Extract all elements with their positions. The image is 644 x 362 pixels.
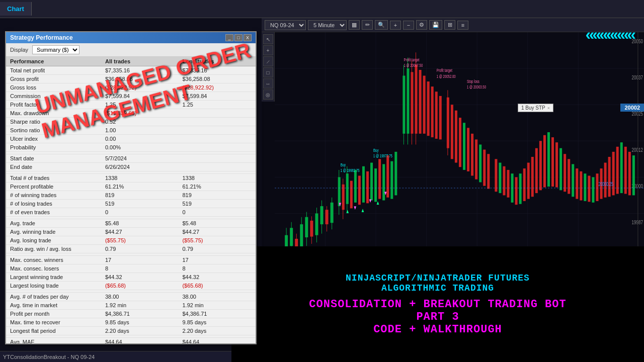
svg-rect-73 xyxy=(431,86,434,137)
close-button[interactable]: X xyxy=(244,34,252,41)
table-row: Avg. time in market1.92 min1.92 min xyxy=(6,301,256,310)
timeframe-dropdown[interactable]: 5 Minute xyxy=(308,20,347,30)
properties-button[interactable]: ⚙ xyxy=(416,20,427,30)
performance-cell: End date xyxy=(6,163,101,171)
long-trades-cell: 8 xyxy=(178,264,256,273)
svg-rect-70 xyxy=(419,70,422,134)
symbol-dropdown[interactable]: NQ 09-24 xyxy=(265,20,306,30)
maximize-button[interactable]: □ xyxy=(234,34,243,41)
bar-type-button[interactable]: ▦ xyxy=(349,20,360,30)
svg-text:20012: 20012 xyxy=(632,146,643,153)
zoom-in-button[interactable]: + xyxy=(390,21,401,30)
svg-rect-81 xyxy=(463,123,465,170)
crosshair-tool[interactable]: + xyxy=(263,45,273,55)
all-trades-cell: $4,386.71 xyxy=(101,310,179,318)
chart-tab[interactable]: Chart xyxy=(0,2,32,16)
svg-rect-71 xyxy=(423,76,426,134)
strategy-table-scroll[interactable]: Performance All trades Long trades Total… xyxy=(6,57,256,343)
strategy-table-body: Total net profit$7,335.16$7,335.16Gross … xyxy=(6,66,256,344)
line-tool[interactable]: ⟋ xyxy=(263,56,273,66)
svg-rect-86 xyxy=(483,150,486,186)
long-trades-cell: 17 xyxy=(178,256,256,264)
strategy-toolbar: Display Summary ($) xyxy=(6,43,256,57)
long-trades-cell: $44.32 xyxy=(178,273,256,282)
svg-rect-82 xyxy=(467,128,469,171)
table-row: Sortino ratio1.00 xyxy=(6,126,256,135)
svg-rect-80 xyxy=(459,118,461,167)
all-trades-cell: $36,258.08 xyxy=(101,75,179,83)
status-bar: YTConsolidationBreakout - NQ 09-24 xyxy=(0,351,231,362)
performance-cell: Avg. # of trades per day xyxy=(6,293,101,301)
zoom-out-button[interactable]: − xyxy=(403,21,414,30)
table-row: Gross loss($28,922.92)($28,922.92) xyxy=(6,83,256,92)
svg-rect-107 xyxy=(572,164,574,197)
zoom-button[interactable]: 🔍 xyxy=(375,20,388,30)
all-trades-cell: 1.00 xyxy=(101,126,179,135)
svg-rect-75 xyxy=(439,96,442,140)
svg-rect-103 xyxy=(555,142,558,187)
table-row: Ratio avg. win / avg. loss0.790.79 xyxy=(6,245,256,253)
svg-text:▼: ▼ xyxy=(383,190,387,197)
svg-rect-101 xyxy=(547,132,550,187)
table-row: Max. consec. losers88 xyxy=(6,264,256,273)
performance-cell: Ratio avg. win / avg. loss xyxy=(6,245,101,253)
menu-button[interactable]: ≡ xyxy=(457,21,468,30)
table-row: End date6/26/2024 xyxy=(6,163,256,171)
cursor-tool[interactable]: ↖ xyxy=(263,34,273,44)
table-row: Commission$7,599.84$7,599.84 xyxy=(6,92,256,101)
long-trades-cell xyxy=(178,163,256,171)
performance-cell: Avg. winning trade xyxy=(6,228,101,236)
all-trades-cell: 0.52 xyxy=(101,118,179,126)
display-select[interactable]: Summary ($) xyxy=(32,45,79,54)
svg-rect-104 xyxy=(559,148,562,191)
table-row: Total net profit$7,335.16$7,335.16 xyxy=(6,66,256,75)
subtitle-line1: CONSOLIDATION + BREAKOUT TRADING BOT xyxy=(309,298,566,311)
long-trades-cell: 1.25 xyxy=(178,101,256,109)
svg-rect-115 xyxy=(604,163,607,198)
long-trades-cell: ($28,922.92) xyxy=(178,83,256,92)
svg-text:▲: ▲ xyxy=(361,207,365,213)
svg-text:20000.25: 20000.25 xyxy=(599,181,613,187)
display-label: Display xyxy=(10,47,28,53)
table-row: Longest flat period2.20 days2.20 days xyxy=(6,327,256,335)
status-text: YTConsolidationBreakout - NQ 09-24 xyxy=(3,354,95,360)
all-trades-cell: 17 xyxy=(101,256,179,264)
svg-rect-88 xyxy=(495,159,497,192)
svg-rect-60 xyxy=(390,161,393,199)
rect-tool[interactable]: □ xyxy=(263,67,273,77)
svg-text:▼: ▼ xyxy=(353,205,357,211)
all-trades-cell: 5/7/2024 xyxy=(101,154,179,163)
long-trades-cell: 61.21% xyxy=(178,183,256,191)
table-row: Gross profit$36,258.08$36,258.08 xyxy=(6,75,256,83)
expand-button[interactable]: ⊞ xyxy=(444,20,455,30)
save-button[interactable]: 💾 xyxy=(429,20,442,30)
performance-cell: Gross loss xyxy=(6,83,101,92)
draw-button[interactable]: ✏ xyxy=(362,20,373,30)
table-row: # of even trades00 xyxy=(6,208,256,217)
all-trades-cell: 0.00% xyxy=(101,143,179,152)
long-trades-cell: $7,599.84 xyxy=(178,92,256,101)
table-row: Largest losing trade($65.68)($65.68) xyxy=(6,282,256,290)
table-row: Profit per month$4,386.71$4,386.71 xyxy=(6,310,256,318)
svg-rect-87 xyxy=(487,154,490,189)
minimize-button[interactable]: _ xyxy=(225,34,233,41)
long-trades-cell xyxy=(178,126,256,135)
svg-rect-119 xyxy=(620,142,623,193)
performance-cell: Total # of trades xyxy=(6,174,101,183)
table-row: Profit factor1.251.25 xyxy=(6,101,256,109)
all-trades-cell: $44.32 xyxy=(101,273,179,282)
strategy-table: Performance All trades Long trades Total… xyxy=(6,57,256,343)
performance-cell: Start date xyxy=(6,154,101,163)
ellipse-tool[interactable]: ◎ xyxy=(263,89,273,100)
performance-cell: Percent profitable xyxy=(6,183,101,191)
all-trades-cell: ($28,922.92) xyxy=(101,83,179,92)
ray-tool[interactable]: ↔ xyxy=(263,78,273,88)
svg-rect-90 xyxy=(503,166,505,196)
performance-cell: Commission xyxy=(6,92,101,101)
long-trades-cell: 38.00 xyxy=(178,293,256,301)
performance-cell: Ulcer index xyxy=(6,135,101,143)
left-panel: YTConsolidationBreakout Indicators Strat… xyxy=(0,0,262,362)
svg-text:Buy: Buy xyxy=(341,162,346,167)
long-trades-cell: 2.20 days xyxy=(178,327,256,335)
svg-text:Profit target: Profit target xyxy=(404,57,420,62)
